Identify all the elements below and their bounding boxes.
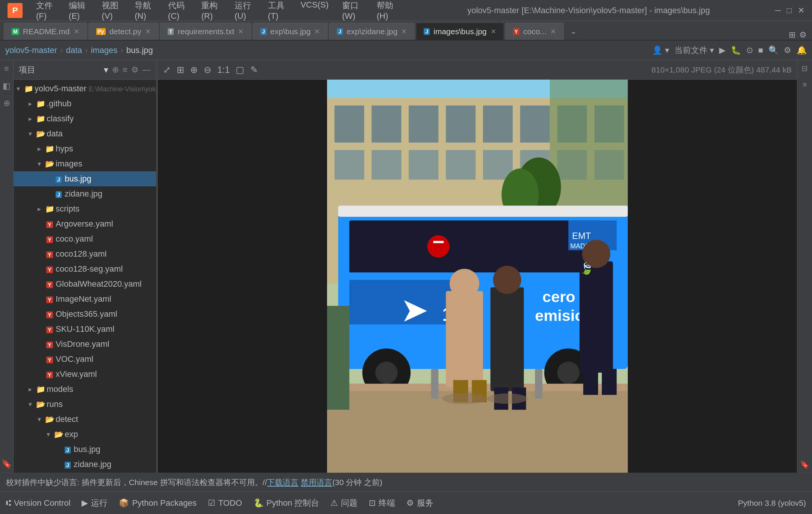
left-gutter-icon-2[interactable]: ◧ [3, 81, 11, 91]
tree-item-argoverse[interactable]: Y Argoverse.yaml [14, 216, 156, 231]
eyedrop-btn[interactable]: ✎ [250, 65, 258, 75]
user-icon[interactable]: 👤 ▾ [652, 45, 669, 55]
notifications-icon[interactable]: 🔔 [797, 45, 807, 55]
right-gutter-icon-2[interactable]: ≡ [803, 80, 807, 89]
tree-item-bus-jpg[interactable]: J bus.jpg [14, 171, 156, 186]
tree-item-root[interactable]: ▾ 📁 yolov5-master E:\Machine-Vision\yolo… [14, 81, 156, 96]
menu-file[interactable]: 文件(F) [30, 0, 61, 23]
menu-window[interactable]: 窗口(W) [336, 0, 369, 23]
status-services[interactable]: ⚙ 服务 [406, 497, 433, 509]
tab-exp-bus[interactable]: J exp\bus.jpg ✕ [253, 23, 328, 40]
menu-view[interactable]: 视图(V) [96, 0, 127, 23]
menu-edit[interactable]: 编辑(E) [63, 0, 94, 23]
sidebar-add-icon[interactable]: ⊕ [112, 65, 119, 75]
disable-language-link[interactable]: 禁用语言 [301, 477, 332, 488]
tree-item-objects365[interactable]: Y Objects365.yaml [14, 307, 156, 322]
download-language-link[interactable]: 下载语言 [267, 477, 298, 488]
image-viewer[interactable]: ➤ cero emisiones 10 EMT MADRID [158, 80, 797, 473]
zoom-in-btn[interactable]: ⊕ [190, 65, 198, 75]
sidebar-dropdown-icon[interactable]: ▾ [104, 65, 108, 75]
tab-images-bus[interactable]: J images\bus.jpg ✕ [416, 23, 504, 40]
tree-item-scripts[interactable]: ▸ 📁 scripts [14, 201, 156, 216]
tab-images-bus-close[interactable]: ✕ [491, 27, 496, 36]
maximize-button[interactable]: □ [787, 6, 792, 15]
status-todo[interactable]: ☑ TODO [208, 498, 242, 508]
tree-item-xview[interactable]: Y xView.yaml [14, 367, 156, 382]
sidebar-close-icon[interactable]: — [142, 65, 151, 75]
tree-item-exp-bus[interactable]: J bus.jpg [14, 442, 156, 457]
run-btn[interactable]: ▶ [719, 45, 726, 55]
sidebar-gear-icon[interactable]: ⚙ [131, 65, 139, 75]
menu-navigate[interactable]: 导航(N) [129, 0, 161, 23]
tab-readme[interactable]: M README.md ✕ [4, 23, 87, 40]
actual-size-btn[interactable]: 1:1 [217, 65, 230, 75]
tabs-gear-icon[interactable]: ⚙ [799, 30, 807, 40]
tabs-split-icon[interactable]: ⊞ [789, 30, 795, 40]
tab-exp-bus-close[interactable]: ✕ [314, 27, 320, 36]
coverage-btn[interactable]: ⊙ [746, 45, 753, 55]
grid-view-btn[interactable]: ⊞ [177, 65, 184, 75]
tree-item-sku[interactable]: Y SKU-110K.yaml [14, 322, 156, 337]
close-button[interactable]: ✕ [798, 6, 804, 15]
current-file-btn[interactable]: 当前文件 ▾ [674, 45, 714, 56]
minimize-button[interactable]: ─ [775, 6, 781, 15]
zoom-out-btn[interactable]: ⊖ [204, 65, 211, 75]
right-gutter-icon-1[interactable]: ⊟ [801, 64, 808, 73]
tree-item-exp-zidane[interactable]: J zidane.jpg [14, 457, 156, 472]
left-gutter-icon-bookmark[interactable]: 🔖 [2, 459, 12, 469]
menu-vcs[interactable]: VCS(S) [294, 0, 335, 23]
tree-item-coco128[interactable]: Y coco128.yaml [14, 246, 156, 262]
tab-detect-close[interactable]: ✕ [145, 27, 151, 36]
tree-item-data[interactable]: ▾ 📂 data [14, 126, 156, 141]
search-everywhere-icon[interactable]: 🔍 [768, 45, 779, 55]
status-problems[interactable]: ⚠ 问题 [330, 497, 358, 509]
menu-help[interactable]: 帮助(H) [371, 0, 403, 23]
tab-requirements[interactable]: T requirements.txt ✕ [160, 23, 251, 40]
status-run[interactable]: ▶ 运行 [82, 497, 108, 509]
fit-screen-btn[interactable]: ⤢ [163, 65, 171, 75]
tree-item-runs[interactable]: ▾ 📂 runs [14, 397, 156, 412]
menu-tools[interactable]: 工具(T) [262, 0, 293, 23]
tree-item-classify[interactable]: ▸ 📁 classify [14, 111, 156, 126]
right-gutter-icon-3[interactable]: 🔖 [800, 460, 809, 469]
breadcrumb-root[interactable]: yolov5-master [5, 45, 57, 55]
status-terminal[interactable]: ⊡ 终端 [369, 497, 395, 509]
frame-btn[interactable]: ▢ [236, 65, 244, 75]
tree-item-hyps[interactable]: ▸ 📁 hyps [14, 141, 156, 156]
tree-item-imagenet[interactable]: Y ImageNet.yaml [14, 292, 156, 307]
tree-item-images[interactable]: ▾ 📂 images [14, 156, 156, 171]
tabs-more-button[interactable]: ⌄ [565, 23, 582, 40]
tree-item-globalwheat[interactable]: Y GlobalWheat2020.yaml [14, 277, 156, 292]
tab-exp-zidane-close[interactable]: ✕ [401, 27, 407, 36]
tree-item-coco128seg[interactable]: Y coco128-seg.yaml [14, 262, 156, 277]
status-python-console[interactable]: 🐍 Python 控制台 [253, 497, 320, 509]
stop-btn[interactable]: ■ [758, 45, 763, 55]
tab-requirements-close[interactable]: ✕ [238, 27, 244, 36]
sidebar-collapse-icon[interactable]: ≡ [123, 65, 127, 75]
tab-coco-close[interactable]: ✕ [550, 27, 556, 36]
tab-coco[interactable]: Y coco... ✕ [505, 23, 564, 40]
left-gutter-icon-1[interactable]: ≡ [4, 64, 9, 74]
tree-item-models[interactable]: ▸ 📁 models [14, 382, 156, 397]
menu-code[interactable]: 代码(C) [162, 0, 194, 23]
menu-run[interactable]: 运行(U) [229, 0, 261, 23]
tab-readme-close[interactable]: ✕ [74, 27, 79, 36]
menu-refactor[interactable]: 重构(R) [195, 0, 227, 23]
left-gutter-icon-3[interactable]: ⊕ [3, 98, 10, 108]
breadcrumb-data[interactable]: data [66, 45, 82, 55]
breadcrumb-current[interactable]: bus.jpg [126, 45, 153, 55]
tree-item-exp[interactable]: ▾ 📂 exp [14, 427, 156, 442]
tree-item-voc[interactable]: Y VOC.yaml [14, 352, 156, 367]
tab-detect[interactable]: Py detect.py ✕ [88, 23, 159, 40]
tree-item-github[interactable]: ▸ 📁 .github [14, 96, 156, 111]
settings-icon[interactable]: ⚙ [784, 45, 791, 55]
debug-btn[interactable]: 🐛 [731, 45, 741, 55]
status-version-control[interactable]: ⑆ Version Control [6, 498, 70, 508]
tree-item-coco[interactable]: Y coco.yaml [14, 231, 156, 246]
status-python-packages[interactable]: 📦 Python Packages [119, 498, 196, 508]
breadcrumb-images[interactable]: images [91, 45, 118, 55]
tree-item-zidane-jpg[interactable]: J zidane.jpg [14, 186, 156, 201]
tree-item-visdrone[interactable]: Y VisDrone.yaml [14, 337, 156, 352]
tab-exp-zidane[interactable]: J exp\zidane.jpg ✕ [329, 23, 415, 40]
tree-item-detect[interactable]: ▾ 📂 detect [14, 412, 156, 427]
